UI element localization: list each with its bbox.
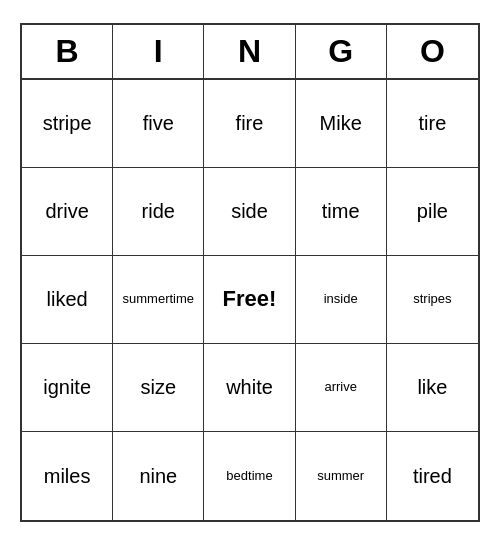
header-letter-o: O [387,25,478,78]
cell-text-20: miles [44,464,91,488]
cell-text-23: summer [317,468,364,484]
cell-text-13: inside [324,291,358,307]
cell-text-3: Mike [320,111,362,135]
bingo-cell-13: inside [296,256,387,344]
bingo-cell-15: ignite [22,344,113,432]
bingo-cell-12: Free! [204,256,295,344]
header-letter-g: G [296,25,387,78]
bingo-cell-16: size [113,344,204,432]
cell-text-9: pile [417,199,448,223]
bingo-cell-5: drive [22,168,113,256]
bingo-cell-22: bedtime [204,432,295,520]
bingo-cell-24: tired [387,432,478,520]
bingo-grid: stripefivefireMiketiredriveridesidetimep… [22,80,478,520]
cell-text-22: bedtime [226,468,272,484]
cell-text-21: nine [139,464,177,488]
cell-text-16: size [141,375,177,399]
bingo-cell-9: pile [387,168,478,256]
header-letter-b: B [22,25,113,78]
bingo-cell-11: summertime [113,256,204,344]
cell-text-10: liked [47,287,88,311]
header-letter-i: I [113,25,204,78]
cell-text-17: white [226,375,273,399]
bingo-cell-18: arrive [296,344,387,432]
bingo-cell-4: tire [387,80,478,168]
bingo-cell-3: Mike [296,80,387,168]
cell-text-18: arrive [324,379,357,395]
cell-text-4: tire [418,111,446,135]
bingo-cell-10: liked [22,256,113,344]
cell-text-24: tired [413,464,452,488]
cell-text-14: stripes [413,291,451,307]
bingo-card: BINGO stripefivefireMiketiredriveridesid… [20,23,480,522]
cell-text-1: five [143,111,174,135]
bingo-cell-0: stripe [22,80,113,168]
cell-text-12: Free! [223,286,277,312]
cell-text-6: ride [142,199,175,223]
cell-text-15: ignite [43,375,91,399]
bingo-cell-14: stripes [387,256,478,344]
bingo-cell-21: nine [113,432,204,520]
bingo-cell-6: ride [113,168,204,256]
cell-text-0: stripe [43,111,92,135]
bingo-cell-20: miles [22,432,113,520]
cell-text-8: time [322,199,360,223]
cell-text-11: summertime [123,291,195,307]
bingo-cell-7: side [204,168,295,256]
header-letter-n: N [204,25,295,78]
bingo-cell-19: like [387,344,478,432]
cell-text-19: like [417,375,447,399]
bingo-header: BINGO [22,25,478,80]
cell-text-5: drive [45,199,88,223]
bingo-cell-8: time [296,168,387,256]
bingo-cell-1: five [113,80,204,168]
bingo-cell-23: summer [296,432,387,520]
cell-text-2: fire [236,111,264,135]
cell-text-7: side [231,199,268,223]
bingo-cell-17: white [204,344,295,432]
bingo-cell-2: fire [204,80,295,168]
